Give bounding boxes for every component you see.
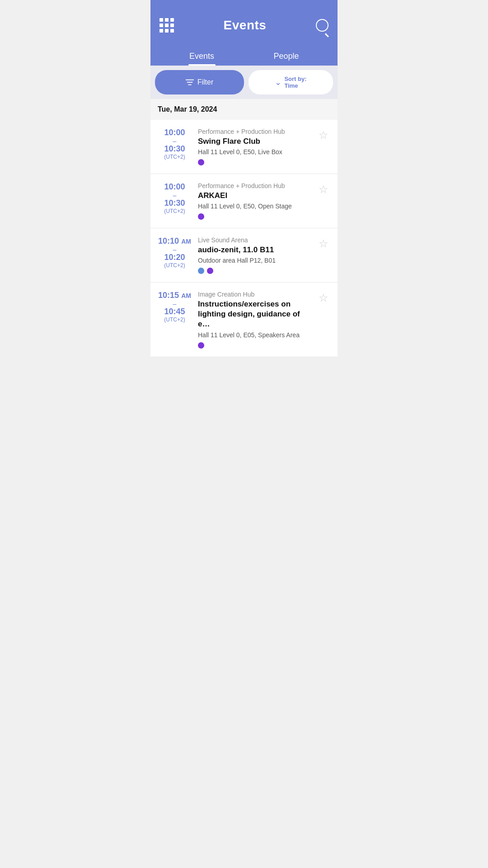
time-start: 10:00 [158, 182, 192, 192]
category-dot-purple [198, 213, 204, 220]
event-location: Hall 11 Level 0, E50, Open Stage [198, 203, 310, 210]
event-time: 10:00 – 10:30 (UTC+2) [158, 182, 192, 214]
event-details: Live Sound Arena audio-zenit, 11.0 B11 O… [198, 236, 310, 274]
time-dash: – [158, 246, 192, 253]
event-time: 10:10 AM – 10:20 (UTC+2) [158, 236, 192, 269]
sort-by-text: Sort by: [284, 75, 306, 82]
header: Events Events People [150, 0, 338, 66]
event-location: Hall 11 Level 0, E05, Speakers Area [198, 331, 310, 339]
event-category: Image Creation Hub [198, 291, 310, 298]
event-category: Live Sound Arena [198, 236, 310, 244]
time-zone: (UTC+2) [158, 208, 192, 214]
grid-menu-icon[interactable] [160, 18, 174, 33]
event-dots [198, 342, 310, 349]
time-zone: (UTC+2) [158, 154, 192, 160]
time-dash: – [158, 192, 192, 198]
category-dot-blue [198, 268, 204, 274]
header-top: Events [160, 18, 328, 42]
time-end: 10:30 [158, 144, 192, 154]
date-header: Tue, Mar 19, 2024 [150, 99, 338, 120]
time-start: 10:10 AM [158, 236, 192, 246]
favorite-button[interactable]: ☆ [317, 291, 330, 305]
time-zone: (UTC+2) [158, 316, 192, 323]
favorite-button[interactable]: ☆ [317, 236, 330, 251]
sort-button[interactable]: ⌄ Sort by: Time [249, 70, 333, 94]
event-category: Performance + Production Hub [198, 182, 310, 189]
controls-bar: Filter ⌄ Sort by: Time [150, 66, 338, 99]
event-name: Instructions/exercises on lighting desig… [198, 299, 310, 329]
event-location: Outdoor area Hall P12, B01 [198, 257, 310, 264]
event-location: Hall 11 Level 0, E50, Live Box [198, 148, 310, 156]
favorite-button[interactable]: ☆ [317, 128, 330, 142]
event-name: ARKAEI [198, 191, 310, 201]
star-icon: ☆ [319, 130, 328, 141]
filter-label: Filter [197, 78, 214, 86]
event-item[interactable]: 10:00 – 10:30 (UTC+2) Performance + Prod… [150, 174, 338, 228]
search-icon[interactable] [316, 19, 328, 32]
time-end: 10:45 [158, 307, 192, 317]
event-time: 10:15 AM – 10:45 (UTC+2) [158, 291, 192, 323]
event-category: Performance + Production Hub [198, 128, 310, 135]
chevron-down-icon: ⌄ [275, 77, 282, 87]
star-icon: ☆ [319, 238, 328, 249]
time-dash: – [158, 301, 192, 307]
filter-button[interactable]: Filter [155, 70, 244, 94]
sort-label: Sort by: Time [284, 75, 306, 89]
tab-events[interactable]: Events [160, 46, 244, 66]
tab-people[interactable]: People [244, 46, 328, 66]
event-dots [198, 268, 310, 274]
time-end: 10:30 [158, 198, 192, 208]
star-icon: ☆ [319, 292, 328, 303]
event-details: Performance + Production Hub ARKAEI Hall… [198, 182, 310, 220]
time-start: 10:00 [158, 128, 192, 138]
event-item[interactable]: 10:15 AM – 10:45 (UTC+2) Image Creation … [150, 283, 338, 357]
star-icon: ☆ [319, 184, 328, 195]
event-dots [198, 213, 310, 220]
event-time: 10:00 – 10:30 (UTC+2) [158, 128, 192, 160]
event-details: Performance + Production Hub Swing Flare… [198, 128, 310, 165]
date-text: Tue, Mar 19, 2024 [158, 105, 217, 113]
event-list: 10:00 – 10:30 (UTC+2) Performance + Prod… [150, 120, 338, 357]
event-item[interactable]: 10:00 – 10:30 (UTC+2) Performance + Prod… [150, 120, 338, 174]
sort-value-text: Time [284, 82, 298, 89]
event-name: audio-zenit, 11.0 B11 [198, 245, 310, 255]
time-dash: – [158, 138, 192, 144]
category-dot-purple [207, 268, 213, 274]
time-end: 10:20 [158, 253, 192, 263]
category-dot-purple [198, 342, 204, 349]
event-name: Swing Flare Club [198, 137, 310, 146]
time-zone: (UTC+2) [158, 262, 192, 269]
category-dot-purple [198, 159, 204, 165]
app-container: Events Events People Filter ⌄ [150, 0, 338, 357]
event-dots [198, 159, 310, 165]
time-start: 10:15 AM [158, 291, 192, 301]
tab-bar: Events People [160, 46, 328, 66]
event-details: Image Creation Hub Instructions/exercise… [198, 291, 310, 348]
filter-icon [186, 79, 194, 86]
favorite-button[interactable]: ☆ [317, 182, 330, 197]
page-title: Events [224, 18, 267, 33]
event-item[interactable]: 10:10 AM – 10:20 (UTC+2) Live Sound Aren… [150, 228, 338, 283]
